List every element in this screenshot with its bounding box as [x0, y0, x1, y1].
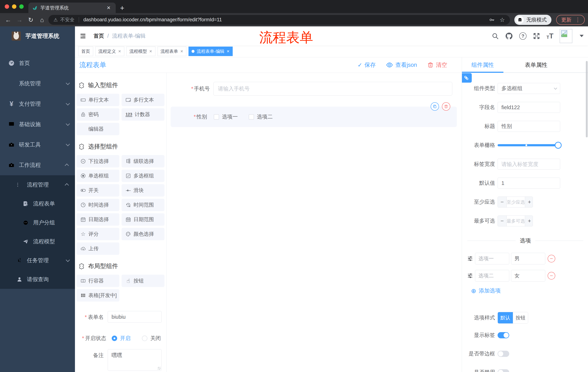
palette-item-single-text[interactable]: 单行文本 [76, 94, 119, 106]
page-tab-home[interactable]: 首页 [78, 47, 93, 56]
page-tab-process-form-edit[interactable]: 流程表单-编辑 ✕ [189, 47, 233, 56]
close-icon[interactable]: ✕ [227, 50, 230, 53]
tab-form-props[interactable]: 表单属性 [504, 57, 569, 73]
palette-item-counter[interactable]: 123 计数器 [122, 108, 165, 121]
view-json-button[interactable]: 查看json [386, 61, 417, 69]
show-label-toggle[interactable] [498, 332, 509, 338]
bookmark-star-icon[interactable]: ☆ [500, 17, 505, 23]
add-option-button[interactable]: ⊕ 添加选项 [471, 287, 588, 295]
title-input[interactable] [498, 121, 560, 132]
copy-component-button[interactable] [431, 102, 439, 111]
collapse-sidebar-icon[interactable] [79, 32, 87, 40]
sidebar-item-payment[interactable]: ¥ 支付管理 [0, 94, 75, 114]
palette-item-radio-group[interactable]: 单选框组 [76, 170, 119, 182]
sidebar-item-process-mgmt[interactable]: 流程管理 [0, 175, 75, 194]
close-icon[interactable]: ✕ [118, 50, 121, 53]
label-width-input[interactable] [498, 159, 560, 170]
default-value-input[interactable] [498, 178, 560, 189]
status-on-radio[interactable]: 开启 [112, 335, 131, 342]
close-icon[interactable]: ✕ [180, 50, 183, 53]
palette-item-date-picker[interactable]: 日期选择 [76, 213, 119, 226]
update-label[interactable]: 更新 [561, 16, 571, 23]
palette-item-editor[interactable]: 编辑器 [76, 123, 119, 135]
github-icon[interactable] [505, 32, 513, 40]
back-icon[interactable]: ← [3, 17, 13, 23]
component-type-value[interactable] [498, 83, 560, 94]
security-label[interactable]: 不安全 [60, 17, 74, 23]
resize-grip-icon[interactable] [158, 367, 161, 370]
drag-handle-icon[interactable] [467, 256, 473, 261]
option-value-input[interactable] [511, 253, 545, 265]
increase-button[interactable]: + [525, 197, 533, 207]
sidebar-item-workflow[interactable]: 工作流程 [0, 155, 75, 175]
browser-menu-icon[interactable]: ⋮ [575, 17, 581, 22]
clear-button[interactable]: 清空 [427, 61, 447, 69]
palette-item-time-range[interactable]: 时间范围 [122, 199, 165, 211]
gender-option2-checkbox[interactable]: 选项二 [249, 113, 273, 120]
component-type-select[interactable] [498, 83, 560, 94]
palette-item-cascader[interactable]: 级联选择 [122, 155, 165, 167]
page-scrollbar[interactable] [586, 61, 588, 138]
key-icon[interactable] [489, 17, 495, 23]
disabled-toggle[interactable] [498, 369, 509, 372]
style-button-button[interactable]: 按钮 [513, 312, 528, 323]
search-icon[interactable] [492, 32, 499, 40]
remove-option-button[interactable]: − [548, 255, 555, 262]
zoom-window-button[interactable] [19, 4, 24, 9]
close-window-button[interactable] [5, 4, 9, 9]
url-text[interactable]: dashboard.yudao.iocoder.cn/bpm/manager/f… [83, 17, 486, 22]
palette-item-upload[interactable]: 上传 [76, 242, 119, 255]
link-handle[interactable] [462, 73, 472, 83]
tab-close-icon[interactable]: ✕ [105, 5, 112, 11]
gender-option1-checkbox[interactable]: 选项一 [214, 113, 238, 120]
drag-handle-icon[interactable] [467, 273, 473, 278]
sidebar-logo[interactable]: 芋道管理系统 [0, 26, 75, 46]
sidebar-item-system[interactable]: 系统管理 [0, 73, 75, 94]
page-tab-process-def[interactable]: 流程定义 ✕ [95, 47, 124, 56]
fullscreen-icon[interactable] [533, 32, 540, 40]
decrease-button[interactable]: − [498, 197, 506, 207]
palette-item-date-range[interactable]: 日期范围 [122, 213, 165, 226]
decrease-button[interactable]: − [498, 216, 506, 226]
font-size-icon[interactable]: TT [546, 32, 553, 40]
update-button[interactable]: 更新 ⋮ [556, 15, 585, 25]
tab-component-props[interactable]: 组件属性 [462, 57, 504, 73]
palette-item-switch[interactable]: 开关 [76, 184, 119, 197]
option-label-input[interactable] [475, 270, 509, 282]
canvas-field-phone[interactable]: *手机号 [167, 82, 462, 96]
sidebar-item-task-mgmt[interactable]: 任务管理 [0, 251, 75, 270]
sidebar-item-user-group[interactable]: 用户分组 [0, 213, 75, 232]
palette-item-color-picker[interactable]: 颜色选择 [122, 228, 165, 240]
sidebar-item-home[interactable]: 首页 [0, 53, 75, 73]
canvas-field-gender-selected[interactable]: *性别 选项一 选项二 [171, 107, 457, 127]
avatar[interactable] [560, 29, 572, 43]
palette-item-password[interactable]: 密码 [76, 108, 119, 121]
palette-item-slider[interactable]: 滑块 [122, 184, 165, 197]
breadcrumb-home[interactable]: 首页 [94, 32, 104, 40]
sidebar-item-infra[interactable]: 基础设施 [0, 114, 75, 135]
palette-item-table[interactable]: 表格[开发中] [76, 289, 119, 302]
forward-icon[interactable]: → [15, 17, 24, 23]
max-select-value[interactable]: 最多可选 [506, 216, 525, 226]
sidebar-item-leave-query[interactable]: 请假查询 [0, 270, 75, 289]
grid-slider[interactable] [498, 140, 560, 151]
sidebar-item-process-model[interactable]: 流程模型 [0, 232, 75, 251]
style-default-button[interactable]: 默认 [498, 312, 513, 323]
palette-item-multi-text[interactable]: 多行文本 [122, 94, 165, 106]
window-controls[interactable] [0, 4, 28, 13]
save-button[interactable]: ✓ 保存 [357, 61, 376, 69]
reload-icon[interactable]: ↻ [26, 17, 36, 23]
option-value-input[interactable] [511, 270, 545, 282]
sidebar-item-devtools[interactable]: 研发工具 [0, 135, 75, 155]
minimize-window-button[interactable] [12, 4, 16, 9]
palette-item-time-picker[interactable]: 时间选择 [76, 199, 119, 211]
new-tab-button[interactable]: + [116, 4, 129, 13]
delete-component-button[interactable] [442, 102, 450, 111]
field-name-input[interactable] [498, 102, 560, 113]
option-label-input[interactable] [475, 253, 509, 265]
status-off-radio[interactable]: 关闭 [142, 335, 161, 342]
remove-option-button[interactable]: − [548, 272, 555, 279]
phone-input[interactable] [213, 82, 452, 96]
slider-track[interactable] [498, 144, 560, 146]
palette-item-button[interactable]: ☝ 按钮 [122, 275, 165, 287]
